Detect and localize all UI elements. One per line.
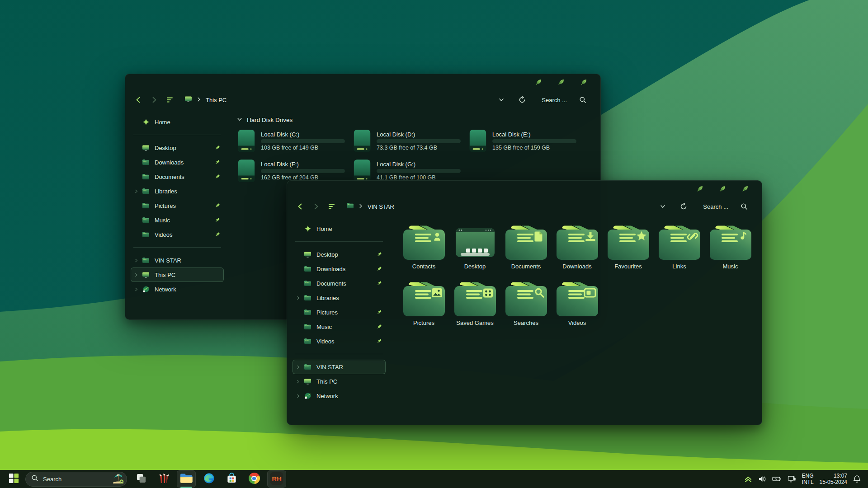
sidebar-item-downloads[interactable]: Downloads xyxy=(131,155,224,169)
sidebar-item-desktop[interactable]: Desktop xyxy=(131,141,224,155)
drive-free-space: 73.3 GB free of 73.4 GB xyxy=(377,145,461,151)
taskbar-paint-tool-button[interactable] xyxy=(154,470,173,488)
sidebar-item-documents[interactable]: Documents xyxy=(292,276,386,291)
drive-local-disk-g[interactable]: Local Disk (G:) 41.1 GB free of 100 GB xyxy=(352,158,468,183)
forward-arrow-icon[interactable] xyxy=(311,202,321,211)
search-icon[interactable] xyxy=(578,95,588,105)
battery-charging-icon[interactable] xyxy=(772,476,782,482)
folder-tile-videos[interactable]: Videos xyxy=(552,282,603,326)
taskbar-search[interactable]: Search xyxy=(25,472,127,487)
folder-tile-documents[interactable]: Documents xyxy=(500,225,552,270)
chevron-down-icon[interactable] xyxy=(236,116,243,124)
back-arrow-icon[interactable] xyxy=(133,95,143,105)
chevron-right-icon[interactable] xyxy=(295,365,301,369)
leaf-icon xyxy=(580,79,587,87)
sidebar-item-desktop[interactable]: Desktop xyxy=(292,247,386,262)
hard-drive-icon xyxy=(468,129,488,153)
folder-tile-searches[interactable]: Searches xyxy=(500,282,552,326)
recent-locations-icon[interactable] xyxy=(165,95,175,105)
folder-tile-favourites[interactable]: Favourites xyxy=(603,225,654,270)
forward-arrow-icon[interactable] xyxy=(149,95,159,105)
sidebar-item-home[interactable]: Home xyxy=(292,221,386,236)
desktop: This PC Search ... Home Desktop Download… xyxy=(0,0,868,488)
taskbar-file-explorer-button[interactable] xyxy=(177,470,196,488)
volume-icon[interactable] xyxy=(758,475,766,483)
folder-tile-label: Links xyxy=(672,263,686,270)
close-button[interactable] xyxy=(578,77,590,88)
link-badge-icon xyxy=(659,225,700,260)
chevron-up-icon[interactable] xyxy=(744,476,752,483)
drive-local-disk-c[interactable]: Local Disk (C:) 103 GB free of 149 GB xyxy=(236,128,352,154)
taskbar-task-view-button[interactable] xyxy=(132,470,151,488)
sidebar-item-libraries[interactable]: Libraries xyxy=(292,291,386,305)
taskbar-rh-app-button[interactable]: RH xyxy=(267,470,286,488)
monitor-icon xyxy=(184,96,192,104)
chevron-right-icon[interactable] xyxy=(295,380,301,384)
refresh-icon[interactable] xyxy=(517,95,527,105)
chevron-right-icon[interactable] xyxy=(133,287,139,291)
language-indicator[interactable]: ENG INTL xyxy=(802,473,814,485)
notification-bell-icon[interactable] xyxy=(853,475,861,483)
start-button[interactable] xyxy=(4,470,24,488)
folder-tile-pictures[interactable]: Pictures xyxy=(398,282,449,326)
search-input[interactable]: Search ... xyxy=(542,97,567,103)
breadcrumb[interactable]: This PC xyxy=(184,96,226,104)
sidebar-item-downloads[interactable]: Downloads xyxy=(292,262,386,276)
chevron-right-icon[interactable] xyxy=(133,189,139,193)
chevron-right-icon[interactable] xyxy=(295,394,301,398)
folder-tile-label: Pictures xyxy=(413,319,434,326)
maximize-button[interactable] xyxy=(717,184,728,195)
task-view-icon xyxy=(136,473,147,485)
taskbar-microsoft-store-button[interactable] xyxy=(222,470,241,488)
refresh-icon[interactable] xyxy=(679,202,689,211)
sidebar-item-documents[interactable]: Documents xyxy=(131,169,224,184)
display-device-icon[interactable] xyxy=(788,475,796,483)
chevron-down-icon[interactable] xyxy=(496,95,506,105)
folder-tile-music[interactable]: Music xyxy=(705,225,756,270)
sidebar-item-videos[interactable]: Videos xyxy=(292,334,386,348)
sidebar-item-libraries[interactable]: Libraries xyxy=(131,184,224,198)
taskbar-edge-button[interactable] xyxy=(199,470,218,488)
sidebar-item-label: Desktop xyxy=(316,251,375,258)
drive-local-disk-d[interactable]: Local Disk (D:) 73.3 GB free of 73.4 GB xyxy=(352,128,468,154)
chevron-right-icon[interactable] xyxy=(133,258,139,263)
sidebar-divider xyxy=(133,135,221,135)
sidebar-item-network[interactable]: Network xyxy=(292,389,386,403)
minimize-button[interactable] xyxy=(694,184,706,195)
chevron-right-icon[interactable] xyxy=(295,296,301,300)
sidebar-item-music[interactable]: Music xyxy=(292,319,386,334)
chevron-right-icon[interactable] xyxy=(133,273,139,277)
sidebar-item-pictures[interactable]: Pictures xyxy=(131,198,224,213)
pin-icon xyxy=(377,281,383,286)
folder-tile-contacts[interactable]: Contacts xyxy=(398,225,449,270)
sidebar-item-videos[interactable]: Videos xyxy=(131,227,224,242)
sidebar-item-network[interactable]: Network xyxy=(131,282,224,296)
maximize-button[interactable] xyxy=(555,77,567,88)
sidebar-item-vin-star[interactable]: VIN STAR xyxy=(131,253,224,267)
sidebar-item-vin-star[interactable]: VIN STAR xyxy=(292,360,386,374)
sidebar-item-pictures[interactable]: Pictures xyxy=(292,305,386,319)
sidebar-item-this-pc[interactable]: This PC xyxy=(292,374,386,389)
back-arrow-icon[interactable] xyxy=(295,202,305,211)
close-button[interactable] xyxy=(739,184,751,195)
sidebar-item-home[interactable]: Home xyxy=(131,115,224,129)
sidebar-item-this-pc[interactable]: This PC xyxy=(131,267,224,282)
chevron-down-icon[interactable] xyxy=(658,202,668,211)
svg-text:RH: RH xyxy=(272,475,282,483)
breadcrumb[interactable]: VIN STAR xyxy=(346,202,394,211)
minimize-button[interactable] xyxy=(533,77,544,88)
recent-locations-icon[interactable] xyxy=(327,202,337,211)
drive-local-disk-f[interactable]: Local Disk (F:) 162 GB free of 204 GB xyxy=(236,158,352,183)
folder-tile-saved-games[interactable]: Saved Games xyxy=(449,282,500,326)
drive-local-disk-e[interactable]: Local Disk (E:) 135 GB free of 159 GB xyxy=(468,128,584,154)
folder-tile-downloads[interactable]: Downloads xyxy=(552,225,603,270)
taskbar-chrome-button[interactable] xyxy=(245,470,264,488)
leaf-icon xyxy=(742,185,749,193)
folder-tile-desktop[interactable]: Desktop xyxy=(449,225,500,270)
clock[interactable]: 13:07 15-05-2024 xyxy=(820,473,847,485)
sidebar-item-music[interactable]: Music xyxy=(131,213,224,227)
sidebar-item-label: This PC xyxy=(155,272,213,278)
search-icon[interactable] xyxy=(739,202,749,211)
folder-tile-links[interactable]: Links xyxy=(654,225,705,270)
search-input[interactable]: Search ... xyxy=(703,203,728,210)
